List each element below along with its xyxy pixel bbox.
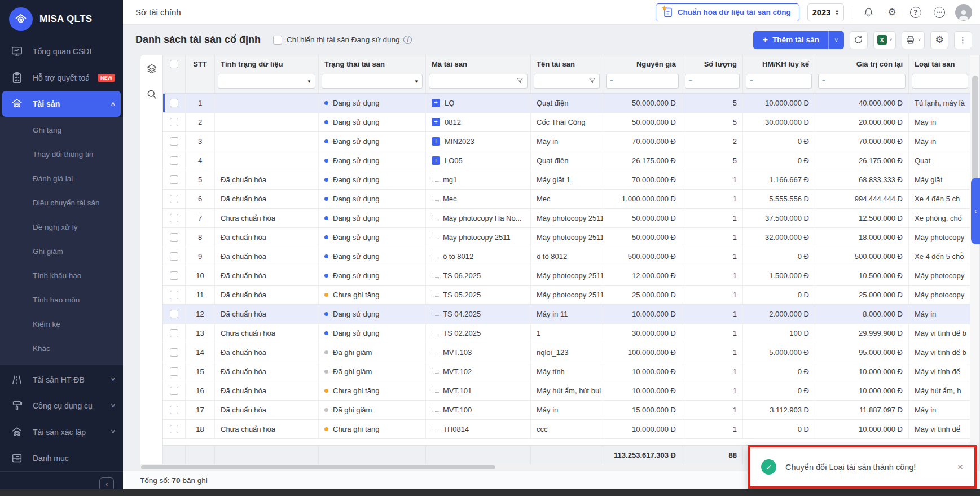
row-checkbox-cell[interactable] xyxy=(163,420,186,438)
row-checkbox-cell[interactable] xyxy=(163,401,186,419)
table-row[interactable]: 17 Đã chuẩn hóa Đã ghi giảm MVT.100 Máy … xyxy=(163,401,970,420)
add-asset-button[interactable]: + Thêm tài sản xyxy=(753,31,828,49)
submenu-item-6[interactable]: Tính khấu hao xyxy=(0,264,123,288)
table-row[interactable]: 10 Đã chuẩn hóa Đang sử dụng TS 06.2025 … xyxy=(163,266,970,286)
table-row[interactable]: 13 Chưa chuẩn hóa Đang sử dụng TS 02.202… xyxy=(163,324,970,343)
expand-plus-icon[interactable]: + xyxy=(432,156,440,165)
scrollbar-thumb[interactable] xyxy=(141,465,495,469)
table-row[interactable]: 9 Đã chuẩn hóa Đang sử dụng ô tô 8012 ô … xyxy=(163,247,970,266)
col-header-quantity[interactable]: Số lượng xyxy=(682,55,743,72)
row-checkbox-cell[interactable] xyxy=(163,151,186,170)
row-checkbox-cell[interactable] xyxy=(163,305,186,323)
export-excel-button[interactable]: X ˅ xyxy=(873,31,896,49)
filter-cost-input[interactable]: = xyxy=(606,74,679,89)
sidebar-item-tai-san[interactable]: Tài sản ˄ xyxy=(2,91,121,117)
table-row[interactable]: 16 Đã chuẩn hóa Chưa ghi tăng MVT.101 Má… xyxy=(163,381,970,401)
filter-asset-status-select[interactable]: ▼ xyxy=(322,74,423,89)
table-row[interactable]: 7 Chưa chuẩn hóa Đang sử dụng Máy photoc… xyxy=(163,209,970,228)
more-options-icon[interactable]: ⋯ xyxy=(931,5,947,20)
expand-plus-icon[interactable]: + xyxy=(432,137,440,146)
row-checkbox-cell[interactable] xyxy=(163,170,186,189)
select-all-checkbox-cell[interactable] xyxy=(163,55,186,72)
col-header-stt[interactable]: STT xyxy=(186,55,215,72)
notification-bell-icon[interactable] xyxy=(860,5,876,20)
equals-icon[interactable]: = xyxy=(750,78,753,85)
table-row[interactable]: 2 Đang sử dụng +0812 Cốc Thái Công 50.00… xyxy=(163,113,970,132)
submenu-item-4[interactable]: Đề nghị xử lý xyxy=(0,215,123,239)
table-row[interactable]: 18 Chưa chuẩn hóa Chưa ghi tăng TH0814 c… xyxy=(163,420,970,439)
table-row[interactable]: 5 Đã chuẩn hóa Đang sử dụng mg1 Máy giặt… xyxy=(163,170,970,190)
submenu-item-9[interactable]: Khác xyxy=(0,336,123,361)
col-header-data-status[interactable]: Tình trạng dữ liệu xyxy=(215,55,319,72)
table-row[interactable]: 14 Đã chuẩn hóa Đã ghi giảm MVT.103 nqlo… xyxy=(163,343,970,362)
info-icon[interactable]: i xyxy=(403,36,412,44)
table-row[interactable]: 15 Đã chuẩn hóa Đã ghi giảm MVT.102 Máy … xyxy=(163,362,970,381)
col-header-asset-status[interactable]: Trạng thái tài sản xyxy=(319,55,426,72)
settings-gear-icon[interactable]: ⚙ xyxy=(884,5,900,20)
col-header-cost[interactable]: Nguyên giá xyxy=(603,55,682,72)
app-logo[interactable]: MISA QLTS xyxy=(0,0,123,38)
row-checkbox-cell[interactable] xyxy=(163,113,186,131)
year-selector[interactable]: 2023 ▲ ▼ xyxy=(807,3,844,21)
vertical-scrollbar[interactable] xyxy=(970,55,979,464)
filter-depreciation-input[interactable]: = xyxy=(746,74,812,89)
row-checkbox-cell[interactable] xyxy=(163,190,186,208)
table-row[interactable]: 4 Đang sử dụng +LO05 Quạt điện 26.175.00… xyxy=(163,151,970,170)
layers-icon[interactable] xyxy=(146,63,157,76)
submenu-item-0[interactable]: Ghi tăng xyxy=(0,118,123,142)
col-header-type[interactable]: Loại tài sản xyxy=(909,55,970,72)
col-header-asset-name[interactable]: Tên tài sản xyxy=(531,55,603,72)
row-checkbox-cell[interactable] xyxy=(163,381,186,400)
sidebar-item-cong-cu-dung-cu[interactable]: Công cụ dụng cụ ˅ xyxy=(0,393,123,419)
funnel-icon[interactable] xyxy=(588,77,596,86)
submenu-item-1[interactable]: Thay đổi thông tin xyxy=(0,142,123,166)
table-row[interactable]: 6 Đã chuẩn hóa Đang sử dụng Mec Mec 1.00… xyxy=(163,190,970,209)
row-checkbox-cell[interactable] xyxy=(163,266,186,285)
filter-quantity-input[interactable]: = xyxy=(685,74,740,89)
row-checkbox-cell[interactable] xyxy=(163,343,186,362)
row-checkbox-cell[interactable] xyxy=(163,324,186,343)
filter-asset-name-input[interactable] xyxy=(534,74,600,89)
user-avatar[interactable] xyxy=(955,4,972,21)
row-checkbox-cell[interactable] xyxy=(163,228,186,247)
filter-asset-code-input[interactable] xyxy=(429,74,528,89)
row-checkbox-cell[interactable] xyxy=(163,362,186,381)
standardize-data-button[interactable]: ★ Chuẩn hóa dữ liệu tài sản công xyxy=(656,3,799,21)
expand-plus-icon[interactable]: + xyxy=(432,99,440,107)
row-checkbox-cell[interactable] xyxy=(163,132,186,151)
add-asset-dropdown[interactable]: ˅ xyxy=(828,31,844,49)
sidebar-item-tai-san-ht-db[interactable]: Tài sản HT-ĐB ˅ xyxy=(0,366,123,393)
submenu-item-8[interactable]: Kiểm kê xyxy=(0,312,123,336)
print-button[interactable]: ˅ xyxy=(902,31,925,49)
submenu-item-2[interactable]: Đánh giá lại xyxy=(0,166,123,191)
row-checkbox-cell[interactable] xyxy=(163,209,186,227)
col-header-depreciation[interactable]: HM/KH lũy kế xyxy=(743,55,815,72)
equals-icon[interactable]: = xyxy=(610,78,613,85)
right-panel-toggle[interactable]: ‹ xyxy=(971,178,980,244)
sidebar-item-tong-quan-csdl[interactable]: Tổng quan CSDL xyxy=(0,38,123,65)
equals-icon[interactable]: = xyxy=(822,78,825,85)
sidebar-item-ho-tro-quyet-toan[interactable]: Hỗ trợ quyết toán NEW xyxy=(0,64,123,91)
add-asset-split-button[interactable]: + Thêm tài sản ˅ xyxy=(753,31,843,49)
row-checkbox-cell[interactable] xyxy=(163,94,186,112)
col-header-asset-code[interactable]: Mã tài sản xyxy=(426,55,531,72)
only-in-use-checkbox[interactable] xyxy=(273,36,282,45)
filter-remaining-input[interactable]: = xyxy=(818,74,906,89)
row-checkbox-cell[interactable] xyxy=(163,286,186,304)
table-row[interactable]: 11 Đã chuẩn hóa Chưa ghi tăng TS 05.2025… xyxy=(163,286,970,305)
submenu-item-5[interactable]: Ghi giảm xyxy=(0,239,123,264)
help-icon[interactable]: ? xyxy=(908,5,924,20)
row-checkbox-cell[interactable] xyxy=(163,247,186,266)
submenu-item-7[interactable]: Tính hao mòn xyxy=(0,288,123,312)
sidebar-item-tai-san-xac-lap[interactable]: Tài sản xác lập ˅ xyxy=(0,419,123,445)
equals-icon[interactable]: = xyxy=(689,78,692,85)
filter-type-input[interactable] xyxy=(912,74,968,89)
table-row[interactable]: 1 Đang sử dụng +LQ Quạt điện 50.000.000 … xyxy=(163,94,970,113)
table-row[interactable]: 8 Đã chuẩn hóa Đang sử dụng Máy photocop… xyxy=(163,228,970,247)
search-icon[interactable] xyxy=(146,89,157,102)
spinner-arrows-icon[interactable]: ▲ ▼ xyxy=(835,9,839,16)
submenu-item-3[interactable]: Điều chuyển tài sản xyxy=(0,191,123,215)
refresh-button[interactable] xyxy=(850,31,868,49)
sidebar-item-danh-muc[interactable]: Danh mục xyxy=(0,445,123,472)
table-settings-button[interactable]: ⚙ xyxy=(930,31,948,49)
